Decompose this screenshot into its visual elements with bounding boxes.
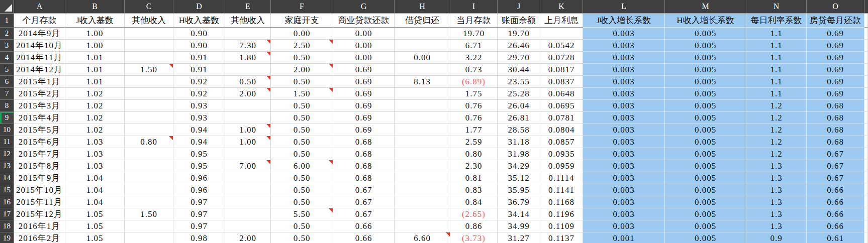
row-header-18[interactable]: 18 — [0, 220, 14, 232]
cell-J7[interactable]: 25.28 — [498, 88, 540, 100]
cell-D12[interactable]: 0.95 — [173, 148, 225, 160]
cell-O9[interactable]: 0.68 — [807, 112, 864, 124]
cell-G2[interactable]: 0.00 — [333, 28, 395, 40]
row-header-8[interactable]: 8 — [0, 100, 14, 112]
cell-G13[interactable]: 0.68 — [333, 160, 395, 172]
cell-B13[interactable]: 1.03 — [65, 160, 125, 172]
column-header-J[interactable]: J — [498, 0, 540, 14]
cell-D11[interactable]: 0.94 — [173, 136, 225, 148]
cell-J14[interactable]: 35.12 — [498, 172, 540, 184]
row-header-4[interactable]: 4 — [0, 52, 14, 64]
cell-E10[interactable]: 1.00 — [225, 124, 271, 136]
column-header-C[interactable]: C — [125, 0, 173, 14]
cell-A16[interactable]: 2015年11月 — [14, 196, 65, 208]
cell-B4[interactable]: 1.01 — [65, 52, 125, 64]
cell-I13[interactable]: 2.30 — [450, 160, 498, 172]
cell-G17[interactable]: 0.67 — [333, 208, 395, 220]
row-header-17[interactable]: 17 — [0, 208, 14, 220]
cell-L18[interactable]: 0.003 — [583, 220, 665, 232]
cell-M1[interactable]: H收入增长系数 — [665, 14, 746, 28]
cell-K15[interactable]: 0.1141 — [540, 184, 583, 196]
cell-H7[interactable] — [395, 88, 450, 100]
cell-M17[interactable]: 0.005 — [665, 208, 746, 220]
cell-B15[interactable]: 1.04 — [65, 184, 125, 196]
cell-N5[interactable]: 1.1 — [746, 64, 807, 76]
cell-H1[interactable]: 借贷归还 — [395, 14, 450, 28]
cell-L9[interactable]: 0.003 — [583, 112, 665, 124]
row-header-9[interactable]: 9 — [0, 112, 14, 124]
cell-L7[interactable]: 0.003 — [583, 88, 665, 100]
cell-E6[interactable]: 0.50 — [225, 76, 271, 88]
cell-F19[interactable]: 0.50 — [271, 232, 333, 243]
cell-E7[interactable]: 2.00 — [225, 88, 271, 100]
cell-D3[interactable]: 0.90 — [173, 40, 225, 52]
cell-F11[interactable]: 0.50 — [271, 136, 333, 148]
cell-L2[interactable]: 0.003 — [583, 28, 665, 40]
cell-J10[interactable]: 28.58 — [498, 124, 540, 136]
cell-I18[interactable]: 0.86 — [450, 220, 498, 232]
column-header-O[interactable]: O — [807, 0, 864, 14]
cell-A3[interactable]: 2014年10月 — [14, 40, 65, 52]
row-header-14[interactable]: 14 — [0, 172, 14, 184]
cell-M12[interactable]: 0.005 — [665, 148, 746, 160]
cell-B12[interactable]: 1.03 — [65, 148, 125, 160]
cell-F17[interactable]: 5.50 — [271, 208, 333, 220]
cell-H10[interactable] — [395, 124, 450, 136]
cell-K14[interactable]: 0.1114 — [540, 172, 583, 184]
cell-O6[interactable]: 0.69 — [807, 76, 864, 88]
cell-C14[interactable] — [125, 172, 173, 184]
cell-C4[interactable] — [125, 52, 173, 64]
cell-L10[interactable]: 0.003 — [583, 124, 665, 136]
cell-D4[interactable]: 0.91 — [173, 52, 225, 64]
cell-L3[interactable]: 0.003 — [583, 40, 665, 52]
cell-C7[interactable] — [125, 88, 173, 100]
cell-J12[interactable]: 31.98 — [498, 148, 540, 160]
cell-L14[interactable]: 0.003 — [583, 172, 665, 184]
cell-M8[interactable]: 0.005 — [665, 100, 746, 112]
cell-A15[interactable]: 2015年10月 — [14, 184, 65, 196]
cell-M4[interactable]: 0.005 — [665, 52, 746, 64]
cell-E3[interactable]: 7.30 — [225, 40, 271, 52]
row-header-6[interactable]: 6 — [0, 76, 14, 88]
cell-N17[interactable]: 1.3 — [746, 208, 807, 220]
cell-E2[interactable] — [225, 28, 271, 40]
cell-J1[interactable]: 账面余额 — [498, 14, 540, 28]
cell-I14[interactable]: 0.81 — [450, 172, 498, 184]
cell-K9[interactable]: 0.0781 — [540, 112, 583, 124]
cell-O5[interactable]: 0.69 — [807, 64, 864, 76]
cell-J9[interactable]: 26.81 — [498, 112, 540, 124]
cell-I10[interactable]: 1.77 — [450, 124, 498, 136]
cell-F9[interactable]: 0.50 — [271, 112, 333, 124]
cell-E1[interactable]: 其他收入 — [225, 14, 271, 28]
cell-I4[interactable]: 3.22 — [450, 52, 498, 64]
cell-M3[interactable]: 0.005 — [665, 40, 746, 52]
cell-H19[interactable]: 6.60 — [395, 232, 450, 243]
cell-B9[interactable]: 1.02 — [65, 112, 125, 124]
row-header-16[interactable]: 16 — [0, 196, 14, 208]
cell-I17[interactable]: (2.65) — [450, 208, 498, 220]
cell-B18[interactable]: 1.05 — [65, 220, 125, 232]
cell-H2[interactable] — [395, 28, 450, 40]
cell-L12[interactable]: 0.003 — [583, 148, 665, 160]
cell-H14[interactable] — [395, 172, 450, 184]
cell-H3[interactable] — [395, 40, 450, 52]
column-header-M[interactable]: M — [665, 0, 746, 14]
cell-D5[interactable]: 0.91 — [173, 64, 225, 76]
cell-F10[interactable]: 0.50 — [271, 124, 333, 136]
cell-K1[interactable]: 上月利息 — [540, 14, 583, 28]
cell-B19[interactable]: 1.05 — [65, 232, 125, 243]
cell-G9[interactable]: 0.69 — [333, 112, 395, 124]
cell-H13[interactable] — [395, 160, 450, 172]
cell-K5[interactable]: 0.0817 — [540, 64, 583, 76]
cell-N10[interactable]: 1.2 — [746, 124, 807, 136]
cell-I7[interactable]: 1.75 — [450, 88, 498, 100]
cell-G14[interactable]: 0.68 — [333, 172, 395, 184]
cell-C11[interactable]: 0.80 — [125, 136, 173, 148]
cell-C18[interactable] — [125, 220, 173, 232]
cell-M9[interactable]: 0.005 — [665, 112, 746, 124]
cell-F8[interactable]: 0.50 — [271, 100, 333, 112]
cell-E15[interactable] — [225, 184, 271, 196]
cell-D6[interactable]: 0.92 — [173, 76, 225, 88]
cell-B1[interactable]: J收入基数 — [65, 14, 125, 28]
cell-J2[interactable]: 19.70 — [498, 28, 540, 40]
